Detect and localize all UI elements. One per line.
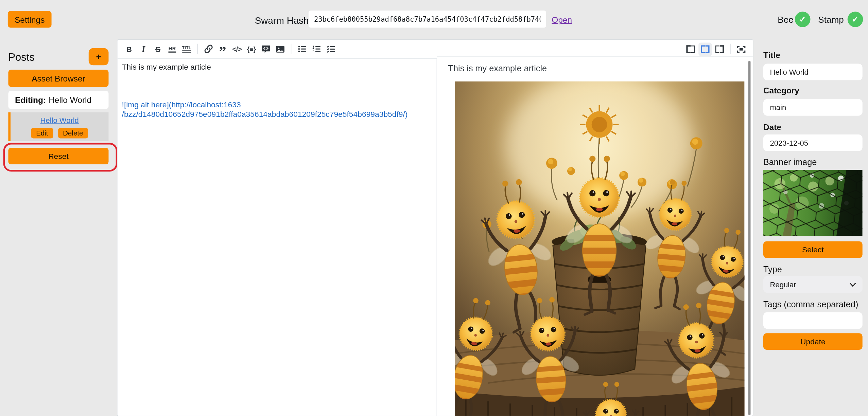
- toolbar-right-group: [683, 42, 748, 56]
- link-icon[interactable]: [202, 42, 215, 56]
- checklist-icon[interactable]: [324, 42, 337, 56]
- edit-post-button[interactable]: Edit: [31, 128, 53, 138]
- open-link[interactable]: Open: [552, 15, 572, 24]
- strikethrough-icon[interactable]: S: [151, 42, 164, 56]
- preview-pane: This is my example article: [437, 56, 753, 416]
- markdown-editor: B I S HR TITL ” </> {≡}: [117, 39, 753, 416]
- horizontal-rule-icon[interactable]: HR: [169, 46, 176, 52]
- codeblock-icon[interactable]: {≡}: [245, 42, 258, 56]
- post-title-link[interactable]: Hello World: [40, 116, 79, 124]
- fullscreen-icon[interactable]: [734, 42, 748, 56]
- banner-image-thumbnail: [763, 170, 863, 236]
- comment-code-icon[interactable]: [259, 42, 273, 56]
- category-input[interactable]: [763, 99, 863, 116]
- date-input[interactable]: [763, 134, 863, 151]
- delete-post-button[interactable]: Delete: [58, 128, 88, 138]
- select-banner-button[interactable]: Select: [763, 241, 863, 258]
- source-image-markdown-line1: ![img alt here](http://localhost:1633: [122, 100, 432, 110]
- preview-only-view-icon[interactable]: [713, 42, 726, 56]
- title-label: Title: [763, 50, 780, 60]
- settings-button[interactable]: Settings: [8, 11, 52, 28]
- asset-browser-button[interactable]: Asset Browser: [8, 70, 108, 87]
- editing-prefix: Editing:: [15, 95, 46, 105]
- swarm-hash-input[interactable]: [309, 11, 546, 28]
- banner-image-label: Banner image: [763, 157, 817, 167]
- type-select[interactable]: Regular: [763, 276, 863, 293]
- bold-icon[interactable]: B: [122, 42, 136, 56]
- markdown-source-pane[interactable]: This is my example article ![img alt her…: [118, 59, 437, 416]
- add-post-button[interactable]: +: [89, 48, 109, 66]
- side-by-side-view-icon[interactable]: [698, 42, 712, 56]
- article-bee-image: [455, 82, 744, 416]
- editing-indicator: Editing: Hello World: [8, 91, 108, 109]
- toolbar-separator: [730, 44, 731, 54]
- editing-title: Hello World: [49, 95, 91, 105]
- preview-paragraph: This is my example article: [448, 64, 743, 73]
- update-button[interactable]: Update: [763, 333, 863, 350]
- toolbar-separator: [197, 44, 198, 54]
- post-list-item: Hello World Edit Delete: [8, 112, 108, 141]
- reset-button[interactable]: Reset: [8, 148, 108, 164]
- title-icon[interactable]: TITL: [182, 46, 191, 53]
- type-select-value: Regular: [770, 281, 796, 289]
- unordered-list-icon[interactable]: [295, 42, 309, 56]
- app-window: Settings Swarm Hash Open Bee ✓ Stamp ✓ P…: [0, 0, 868, 416]
- editor-toolbar: B I S HR TITL ” </> {≡}: [118, 40, 753, 58]
- quote-icon[interactable]: ”: [216, 40, 229, 58]
- toolbar-separator: [291, 44, 292, 54]
- source-line: This is my example article: [122, 62, 432, 72]
- stamp-status-label: Stamp: [818, 15, 844, 25]
- image-icon[interactable]: [274, 42, 287, 56]
- preview-scrollbar[interactable]: [748, 61, 751, 415]
- editor-only-view-icon[interactable]: [684, 42, 697, 56]
- bee-status-label: Bee: [778, 15, 793, 25]
- post-actions: Edit Delete: [31, 128, 88, 138]
- category-label: Category: [763, 86, 799, 95]
- stamp-check-icon: ✓: [848, 12, 863, 27]
- source-image-markdown-line2: /bzz/d1480d10652d975e091b2ffa0a35614abda…: [122, 110, 432, 119]
- date-label: Date: [763, 122, 781, 132]
- italic-icon[interactable]: I: [137, 42, 150, 56]
- code-icon[interactable]: </>: [230, 42, 244, 56]
- bee-check-icon: ✓: [795, 12, 811, 27]
- tags-label: Tags (comma separated): [763, 300, 858, 309]
- type-label: Type: [763, 265, 782, 274]
- tags-input[interactable]: [763, 312, 863, 329]
- chevron-down-icon: [850, 283, 856, 286]
- ordered-list-icon[interactable]: [310, 42, 323, 56]
- title-input[interactable]: [763, 64, 863, 80]
- posts-heading: Posts: [8, 52, 34, 64]
- swarm-hash-label: Swarm Hash: [255, 16, 309, 27]
